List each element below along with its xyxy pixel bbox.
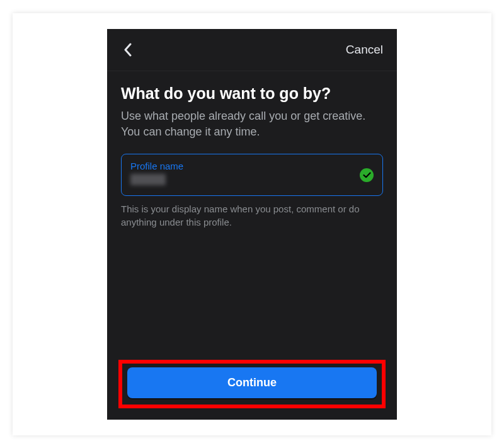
continue-button[interactable]: Continue <box>127 367 377 398</box>
valid-check-icon <box>360 168 374 182</box>
back-button[interactable] <box>118 40 137 59</box>
page-title: What do you want to go by? <box>121 84 383 103</box>
input-value <box>130 174 166 185</box>
page-subtitle: Use what people already call you or get … <box>121 108 383 140</box>
header: Cancel <box>107 29 397 71</box>
main-content: What do you want to go by? Use what peop… <box>107 71 397 229</box>
phone-screen: Cancel What do you want to go by? Use wh… <box>107 29 397 420</box>
outer-frame: Cancel What do you want to go by? Use wh… <box>13 13 491 435</box>
footer: Continue <box>107 360 397 408</box>
help-text: This is your display name when you post,… <box>121 202 383 229</box>
profile-name-field[interactable]: Profile name <box>121 154 383 196</box>
annotation-highlight: Continue <box>118 360 386 408</box>
input-label: Profile name <box>130 161 374 171</box>
cancel-button[interactable]: Cancel <box>346 43 383 57</box>
chevron-left-icon <box>123 43 132 57</box>
